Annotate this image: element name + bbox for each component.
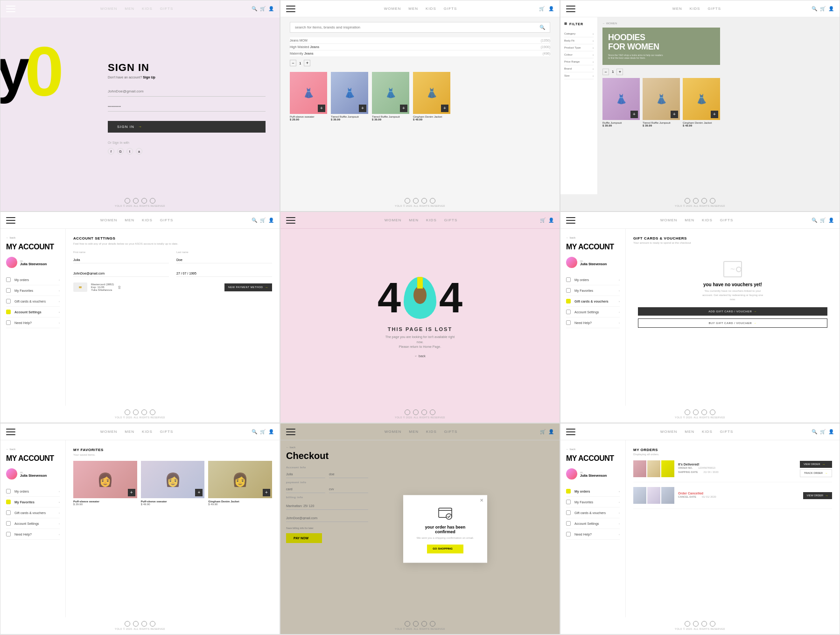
email-field[interactable]: [108, 86, 266, 97]
sidebar-gifts-9[interactable]: Gift cards & vouchers ›: [566, 508, 620, 518]
cart-icon-3[interactable]: 🛒: [820, 6, 826, 11]
nav4-gifts[interactable]: GIFTS: [160, 218, 174, 222]
search-input[interactable]: [295, 25, 539, 29]
view-order-button-1[interactable]: VIEW ORDER →: [800, 461, 832, 468]
user-icon[interactable]: 👤: [268, 6, 274, 11]
sidebar-item-gifts-4[interactable]: Gift cards & vouchers ›: [6, 296, 60, 307]
filter-category[interactable]: Category ›: [564, 30, 594, 37]
search-item-3[interactable]: Maternity Jeans (496): [290, 50, 550, 57]
back-link-6[interactable]: ← back: [566, 236, 620, 239]
sidebar-favorites-6[interactable]: My Favorites ›: [566, 285, 620, 296]
cart-icon-2[interactable]: 🛒: [539, 6, 545, 11]
nav-men[interactable]: MEN: [125, 7, 134, 11]
sidebar-settings-7[interactable]: Account Settings ›: [6, 518, 60, 529]
filter-price[interactable]: Price Range ›: [564, 58, 594, 65]
add-to-cart-1[interactable]: [318, 105, 325, 112]
user-icon-3[interactable]: 👤: [828, 6, 834, 11]
sidebar-orders-6[interactable]: My orders ›: [566, 275, 620, 285]
lastname-input[interactable]: [176, 257, 272, 263]
back-button-5[interactable]: ← back: [414, 354, 426, 358]
nav2-kids[interactable]: KIDS: [426, 7, 436, 11]
search-item-2[interactable]: High Waisted Jeans (1900): [290, 44, 550, 50]
nav9-men[interactable]: MEN: [685, 430, 694, 434]
user-icon-6[interactable]: 👤: [828, 218, 834, 223]
hamburger-9[interactable]: [566, 429, 575, 435]
hamburger-4[interactable]: [6, 217, 15, 224]
hamburger-7[interactable]: [6, 429, 15, 435]
nav3-gifts[interactable]: GIFTS: [707, 7, 721, 11]
nav4-women[interactable]: WOMEN: [100, 218, 118, 222]
search-item-1[interactable]: Jeans Jeans MOMMOM (1350): [290, 37, 550, 44]
apple-icon[interactable]: a: [136, 148, 142, 155]
qty-minus-3[interactable]: −: [602, 69, 609, 75]
back-link-4[interactable]: ← back: [6, 236, 60, 239]
facebook-icon[interactable]: f: [108, 148, 114, 155]
sidebar-item-orders-4[interactable]: My orders ›: [6, 275, 60, 285]
add-to-cart-4[interactable]: [441, 105, 448, 112]
sidebar-gifts-6[interactable]: Gift cards & vouchers ›: [566, 296, 620, 307]
nav-kids[interactable]: KIDS: [142, 7, 153, 11]
search-icon[interactable]: 🔍: [252, 6, 257, 11]
nav-gifts[interactable]: GIFTS: [160, 7, 174, 11]
signup-link[interactable]: Sign Up: [143, 76, 155, 79]
hamburger-icon-2[interactable]: [286, 6, 295, 12]
fav-add-2[interactable]: [195, 489, 203, 496]
filter-size[interactable]: Size ›: [564, 72, 594, 79]
user-icon-7[interactable]: 👤: [268, 429, 274, 434]
hamburger-6[interactable]: [566, 217, 575, 224]
nav9-gifts[interactable]: GIFTS: [720, 430, 734, 434]
hamburger-5[interactable]: [286, 217, 295, 224]
delete-card-icon[interactable]: 🗑: [118, 285, 121, 289]
qty-minus[interactable]: −: [290, 60, 296, 66]
nav7-gifts[interactable]: GIFTS: [160, 430, 174, 434]
sidebar-settings-9[interactable]: Account Settings ›: [566, 518, 620, 529]
nav7-kids[interactable]: KIDS: [142, 430, 153, 434]
fav-add-1[interactable]: [128, 489, 135, 496]
new-payment-button[interactable]: NEW PAYMENT METHOD →: [224, 283, 272, 291]
search-icon-7[interactable]: 🔍: [252, 429, 257, 434]
add-to-cart-2[interactable]: [359, 105, 366, 112]
cart-icon[interactable]: 🛒: [260, 6, 266, 11]
nav5-women[interactable]: WOMEN: [385, 218, 402, 222]
dob-input[interactable]: [176, 270, 272, 277]
user-icon-4[interactable]: 👤: [268, 218, 274, 223]
hoodies-add-2[interactable]: [671, 111, 678, 118]
add-to-cart-3[interactable]: [400, 105, 407, 112]
nav6-women[interactable]: WOMEN: [660, 218, 678, 222]
nav9-women[interactable]: WOMEN: [660, 430, 678, 434]
go-shopping-button[interactable]: GO SHOPPING →: [427, 544, 463, 553]
sidebar-gifts-7[interactable]: Gift cards & vouchers ›: [6, 508, 60, 518]
hamburger-3[interactable]: [566, 6, 575, 12]
nav5-kids[interactable]: KIDS: [426, 218, 437, 222]
nav3-men[interactable]: MEN: [672, 7, 682, 11]
search-icon-3[interactable]: 🔍: [812, 6, 817, 11]
filter-body-fit[interactable]: Body Fit ›: [564, 37, 594, 44]
add-gift-button[interactable]: ADD GIFT CARD / VOUCHER →: [638, 307, 827, 316]
sidebar-item-help-4[interactable]: Need Help? ›: [6, 318, 60, 328]
google-icon[interactable]: G: [117, 148, 124, 155]
nav6-gifts[interactable]: GIFTS: [720, 218, 734, 222]
cart-icon-4[interactable]: 🛒: [260, 218, 266, 223]
nav4-men[interactable]: MEN: [125, 218, 134, 222]
hamburger-icon[interactable]: [6, 6, 15, 12]
cart-icon-9[interactable]: 🛒: [820, 429, 826, 434]
nav3-kids[interactable]: KIDS: [690, 7, 700, 11]
nav2-men[interactable]: MEN: [408, 7, 418, 11]
sidebar-orders-7[interactable]: My orders ›: [6, 486, 60, 497]
sidebar-help-7[interactable]: Need Help? ›: [6, 529, 60, 540]
nav5-gifts[interactable]: GIFTS: [444, 218, 458, 222]
sidebar-orders-9[interactable]: My orders ›: [566, 486, 620, 497]
nav7-women[interactable]: WOMEN: [100, 430, 118, 434]
back-link-7[interactable]: ← back: [6, 448, 60, 451]
user-icon-5[interactable]: 👤: [548, 218, 554, 223]
search-icon-9[interactable]: 🔍: [812, 429, 817, 434]
sidebar-favorites-9[interactable]: My Favorites ›: [566, 497, 620, 508]
nav6-kids[interactable]: KIDS: [702, 218, 713, 222]
filter-product-type[interactable]: Product Type ›: [564, 44, 594, 51]
email-input-settings[interactable]: [73, 270, 169, 277]
user-icon-9[interactable]: 👤: [828, 429, 834, 434]
cart-icon-7[interactable]: 🛒: [260, 429, 266, 434]
password-field[interactable]: [108, 101, 266, 112]
hoodies-add-3[interactable]: [711, 111, 718, 118]
sidebar-settings-6[interactable]: Account Settings ›: [566, 307, 620, 318]
